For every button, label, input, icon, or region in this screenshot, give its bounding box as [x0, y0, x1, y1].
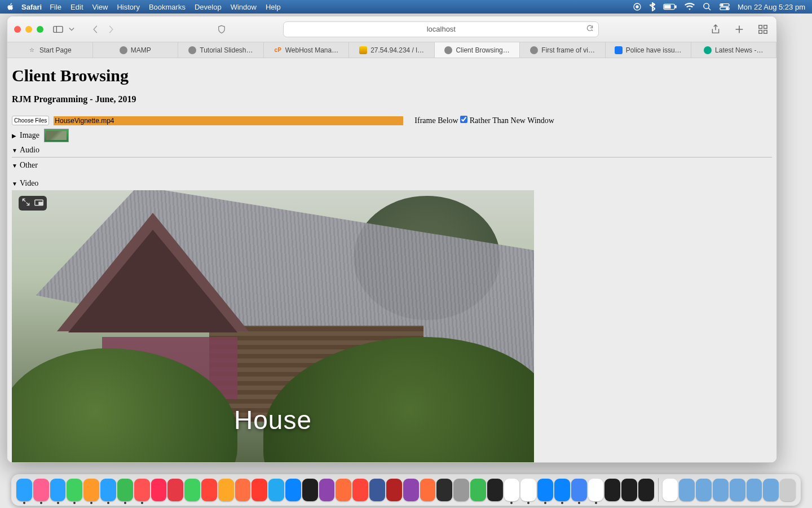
svg-point-1 — [636, 6, 638, 8]
pip-icon[interactable] — [34, 198, 43, 208]
details-other[interactable]: Other — [12, 161, 772, 170]
dock-app-22[interactable] — [386, 479, 402, 501]
dock-app-15[interactable] — [268, 479, 284, 501]
dock-app-19[interactable] — [336, 479, 351, 501]
control-center-icon[interactable] — [720, 3, 730, 11]
minimize-window-button[interactable] — [25, 26, 32, 33]
close-window-button[interactable] — [14, 26, 21, 33]
dock-app-34[interactable] — [588, 479, 604, 501]
dock-app-40[interactable] — [679, 479, 695, 501]
dock-app-37[interactable] — [638, 479, 654, 501]
tab-label: First frame of vi… — [541, 46, 595, 54]
dock-app-3[interactable] — [67, 479, 82, 501]
dock-app-31[interactable] — [537, 479, 553, 501]
app-name[interactable]: Safari — [21, 3, 42, 11]
dock-app-16[interactable] — [285, 479, 301, 501]
dock-app-13[interactable] — [235, 479, 251, 501]
dock-app-30[interactable] — [520, 479, 536, 501]
dock-app-46[interactable] — [780, 479, 796, 501]
details-audio[interactable]: Audio — [12, 146, 772, 155]
dock-app-26[interactable] — [453, 479, 469, 501]
menu-develop[interactable]: Develop — [195, 3, 222, 11]
iframe-below-checkbox[interactable] — [460, 116, 467, 123]
window-controls — [14, 26, 43, 33]
dock-app-27[interactable] — [470, 479, 486, 501]
url-bar[interactable]: localhost — [283, 21, 599, 37]
dock-app-29[interactable] — [504, 479, 520, 501]
page-content: Client Browsing RJM Programming - June, … — [7, 58, 776, 462]
dock-app-4[interactable] — [83, 479, 99, 501]
privacy-report-icon[interactable] — [215, 23, 228, 36]
tab-mamp[interactable]: MAMP — [93, 42, 179, 58]
dock-app-11[interactable] — [201, 479, 217, 501]
tab-latest-news[interactable]: Latest News -… — [691, 42, 777, 58]
share-icon[interactable] — [709, 23, 722, 36]
forward-button[interactable] — [104, 23, 118, 36]
dock-app-7[interactable] — [134, 479, 150, 501]
dock-app-5[interactable] — [100, 479, 116, 501]
dock-app-14[interactable] — [251, 479, 267, 501]
tab-start-page[interactable]: ☆Start Page — [7, 42, 93, 58]
dock-app-21[interactable] — [369, 479, 385, 501]
bluetooth-icon[interactable] — [650, 2, 655, 11]
sidebar-toggle-icon[interactable] — [51, 23, 65, 36]
menu-history[interactable]: History — [117, 3, 139, 11]
dock-app-20[interactable] — [352, 479, 368, 501]
reload-icon[interactable] — [586, 24, 594, 34]
menu-edit[interactable]: Edit — [70, 3, 83, 11]
menu-view[interactable]: View — [92, 3, 108, 11]
zoom-window-button[interactable] — [37, 26, 43, 33]
dock-app-17[interactable] — [302, 479, 318, 501]
screenrecord-icon[interactable] — [633, 2, 642, 11]
dock-app-35[interactable] — [604, 479, 620, 501]
spotlight-icon[interactable] — [703, 2, 712, 11]
dock-app-1[interactable] — [33, 479, 49, 501]
dock-app-12[interactable] — [218, 479, 234, 501]
dock-app-36[interactable] — [621, 479, 637, 501]
dock-app-8[interactable] — [151, 479, 167, 501]
dock-app-2[interactable] — [50, 479, 66, 501]
tab-first-frame[interactable]: First frame of vi… — [520, 42, 606, 58]
dock-app-9[interactable] — [167, 479, 183, 501]
dock-app-32[interactable] — [554, 479, 570, 501]
tab-groups-chevron-icon[interactable] — [65, 23, 78, 36]
tab-label: 27.54.94.234 / l… — [370, 46, 424, 54]
details-image[interactable]: Image — [12, 129, 772, 142]
dock-app-45[interactable] — [763, 479, 779, 501]
wifi-icon[interactable] — [685, 3, 695, 11]
dock-app-24[interactable] — [420, 479, 436, 501]
menu-help[interactable]: Help — [266, 3, 281, 11]
dock-app-43[interactable] — [730, 479, 745, 501]
dock-app-10[interactable] — [184, 479, 200, 501]
tab-webhost[interactable]: cPWebHost Mana… — [264, 42, 350, 58]
dock-app-18[interactable] — [319, 479, 335, 501]
battery-icon[interactable] — [663, 3, 677, 10]
choose-files-button[interactable]: Choose Files — [12, 116, 49, 125]
dock-app-33[interactable] — [571, 479, 587, 501]
dock-app-25[interactable] — [436, 479, 452, 501]
dock-app-39[interactable] — [663, 479, 678, 501]
dock-app-23[interactable] — [403, 479, 419, 501]
tab-police[interactable]: Police have issu… — [606, 42, 691, 58]
dock-app-41[interactable] — [696, 479, 712, 501]
dock-app-42[interactable] — [713, 479, 729, 501]
tab-client-browsing[interactable]: Client Browsing… — [435, 42, 520, 58]
tab-tutorial[interactable]: Tutorial Slidesh… — [178, 42, 264, 58]
first-frame-thumbnail[interactable] — [44, 129, 69, 142]
dock-app-44[interactable] — [747, 479, 762, 501]
tab-phpmyadmin[interactable]: 27.54.94.234 / l… — [349, 42, 435, 58]
menu-bookmarks[interactable]: Bookmarks — [149, 3, 186, 11]
new-tab-icon[interactable] — [732, 23, 746, 36]
back-button[interactable] — [89, 23, 102, 36]
dock-app-28[interactable] — [487, 479, 503, 501]
apple-menu-icon[interactable] — [7, 3, 15, 11]
dock-app-6[interactable] — [117, 479, 133, 501]
clock[interactable]: Mon 22 Aug 5:23 pm — [738, 3, 805, 11]
menu-file[interactable]: File — [50, 3, 61, 11]
menu-window[interactable]: Window — [231, 3, 257, 11]
details-video[interactable]: Video — [12, 179, 772, 188]
expand-icon[interactable] — [22, 198, 30, 208]
tab-overview-icon[interactable] — [756, 23, 770, 36]
video-player[interactable]: House 0:16 0:16 — [12, 190, 534, 462]
dock-app-0[interactable] — [16, 479, 32, 501]
